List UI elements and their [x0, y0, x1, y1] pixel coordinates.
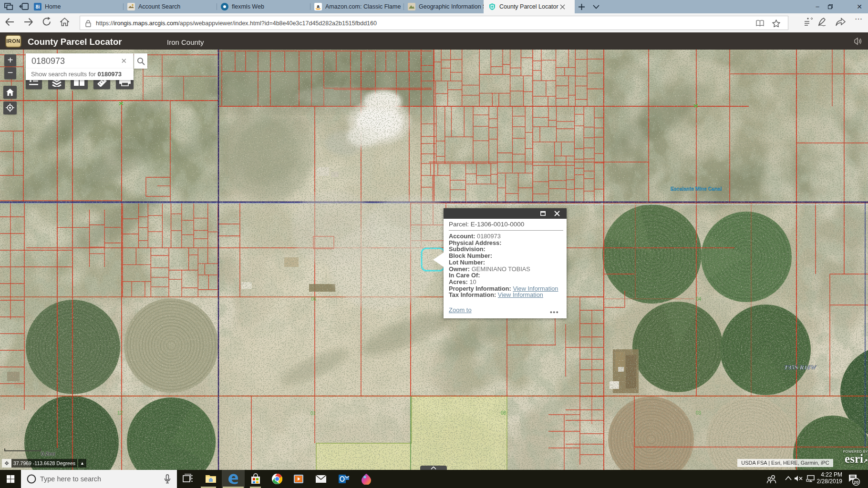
- svg-text:8i: 8i: [36, 4, 40, 10]
- svg-text:20: 20: [854, 479, 859, 485]
- svg-text:a: a: [317, 4, 320, 9]
